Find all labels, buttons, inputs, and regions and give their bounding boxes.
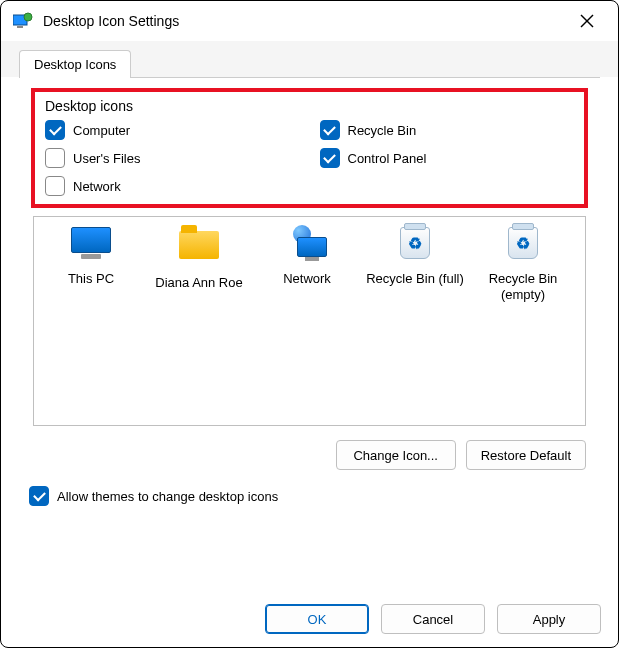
checkbox-box	[320, 148, 340, 168]
icon-label: Diana Ann Roe	[148, 275, 250, 291]
checkbox-box	[29, 486, 49, 506]
tab-desktop-icons[interactable]: Desktop Icons	[19, 50, 131, 78]
window-title: Desktop Icon Settings	[43, 13, 564, 29]
dialog-buttons: OK Cancel Apply	[265, 604, 601, 634]
icon-label: Recycle Bin (empty)	[472, 271, 574, 304]
icon-buttons-row: Change Icon... Restore Default	[19, 434, 600, 472]
checkbox-users-files[interactable]: User's Files	[45, 148, 300, 168]
desktop-icons-group: Desktop icons Computer Recycle Bin User'…	[31, 88, 588, 208]
svg-rect-1	[17, 26, 23, 28]
checkbox-control-panel[interactable]: Control Panel	[320, 148, 575, 168]
network-icon	[285, 227, 329, 265]
close-icon	[580, 14, 594, 28]
restore-default-button[interactable]: Restore Default	[466, 440, 586, 470]
checkbox-allow-themes[interactable]: Allow themes to change desktop icons	[29, 486, 278, 506]
group-title: Desktop icons	[45, 98, 574, 114]
checkbox-box	[45, 148, 65, 168]
app-icon	[13, 11, 33, 31]
checkbox-box	[45, 120, 65, 140]
checkbox-label: Recycle Bin	[348, 123, 417, 138]
tab-body: Desktop icons Computer Recycle Bin User'…	[19, 77, 600, 472]
svg-point-2	[24, 13, 32, 21]
icon-network[interactable]: Network	[256, 227, 358, 287]
icon-preview-well: This PC Diana Ann Roe Network ♻ Recycle …	[33, 216, 586, 426]
checkbox-grid: Computer Recycle Bin User's Files Contro…	[45, 120, 574, 196]
icon-label: Network	[256, 271, 358, 287]
checkbox-network[interactable]: Network	[45, 176, 300, 196]
checkbox-computer[interactable]: Computer	[45, 120, 300, 140]
recycle-bin-empty-icon: ♻	[501, 227, 545, 265]
icon-recycle-bin-empty[interactable]: ♻ Recycle Bin (empty)	[472, 227, 574, 304]
change-icon-button[interactable]: Change Icon...	[336, 440, 456, 470]
ok-button[interactable]: OK	[265, 604, 369, 634]
apply-button[interactable]: Apply	[497, 604, 601, 634]
icon-label: This PC	[40, 271, 142, 287]
checkbox-label: Control Panel	[348, 151, 427, 166]
checkbox-label: User's Files	[73, 151, 141, 166]
icon-this-pc[interactable]: This PC	[40, 227, 142, 287]
icon-user-files[interactable]: Diana Ann Roe	[148, 227, 250, 291]
checkbox-label: Network	[73, 179, 121, 194]
checkbox-label: Allow themes to change desktop icons	[57, 489, 278, 504]
monitor-icon	[69, 227, 113, 265]
cancel-button[interactable]: Cancel	[381, 604, 485, 634]
icon-label: Recycle Bin (full)	[364, 271, 466, 287]
checkbox-recycle-bin[interactable]: Recycle Bin	[320, 120, 575, 140]
themes-checkbox-row: Allow themes to change desktop icons	[1, 472, 618, 506]
folder-icon	[177, 231, 221, 269]
close-button[interactable]	[564, 5, 610, 37]
checkbox-box	[320, 120, 340, 140]
icon-recycle-bin-full[interactable]: ♻ Recycle Bin (full)	[364, 227, 466, 287]
tabstrip: Desktop Icons	[1, 41, 618, 77]
checkbox-label: Computer	[73, 123, 130, 138]
titlebar: Desktop Icon Settings	[1, 1, 618, 41]
recycle-bin-full-icon: ♻	[393, 227, 437, 265]
checkbox-box	[45, 176, 65, 196]
